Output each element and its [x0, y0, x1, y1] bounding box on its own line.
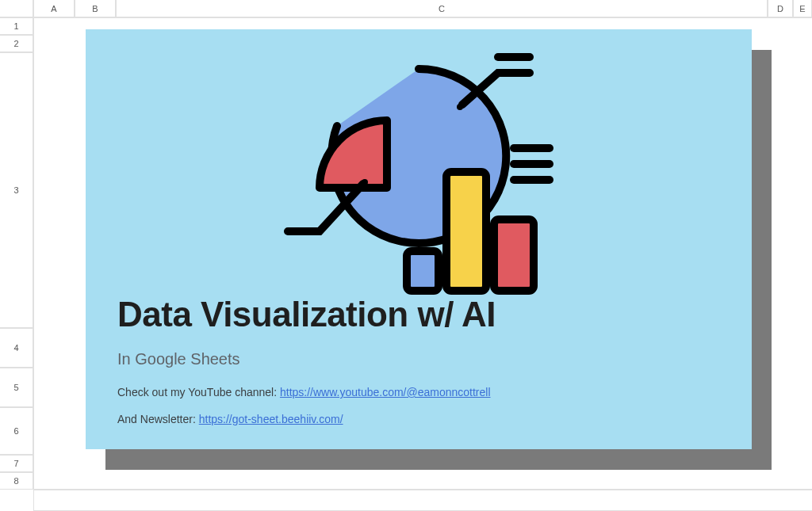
row-header-7[interactable]: 7: [0, 455, 33, 472]
row-header-5[interactable]: 5: [0, 368, 33, 407]
youtube-link[interactable]: https://www.youtube.com/@eamonncottrell: [280, 386, 491, 399]
row-header-3[interactable]: 3: [0, 52, 33, 328]
col-header-c[interactable]: C: [116, 0, 768, 17]
select-all-corner[interactable]: [0, 0, 33, 17]
svg-rect-4: [407, 251, 439, 291]
card-subtitle: In Google Sheets: [117, 350, 720, 368]
row-header-8[interactable]: 8: [0, 472, 33, 490]
col-header-a[interactable]: A: [33, 0, 75, 17]
chart-illustration-icon: [117, 45, 720, 299]
row-header-1[interactable]: 1: [0, 17, 33, 35]
row-header-6[interactable]: 6: [0, 407, 33, 455]
youtube-prefix: Check out my YouTube channel:: [117, 386, 280, 399]
col-header-e[interactable]: E: [793, 0, 812, 17]
title-card: Data Visualization w/ AI In Google Sheet…: [86, 29, 752, 449]
row-header-4[interactable]: 4: [0, 328, 33, 368]
col-header-d[interactable]: D: [768, 0, 793, 17]
newsletter-link[interactable]: https://got-sheet.beehiiv.com/: [199, 413, 343, 425]
card-title: Data Visualization w/ AI: [117, 295, 720, 334]
newsletter-prefix: And Newsletter:: [117, 413, 199, 425]
newsletter-line: And Newsletter: https://got-sheet.beehii…: [117, 413, 720, 425]
content-area[interactable]: Data Visualization w/ AI In Google Sheet…: [33, 17, 812, 490]
youtube-line: Check out my YouTube channel: https://ww…: [117, 386, 720, 399]
cell-row1[interactable]: [33, 490, 812, 511]
row-header-2[interactable]: 2: [0, 35, 33, 52]
svg-point-8: [457, 104, 463, 110]
svg-rect-5: [446, 172, 486, 291]
svg-point-7: [362, 179, 368, 185]
spreadsheet-grid[interactable]: A B C D E F 1 2 3 4 5 6 7 8: [0, 0, 812, 511]
svg-rect-6: [494, 219, 534, 291]
col-header-b[interactable]: B: [75, 0, 116, 17]
